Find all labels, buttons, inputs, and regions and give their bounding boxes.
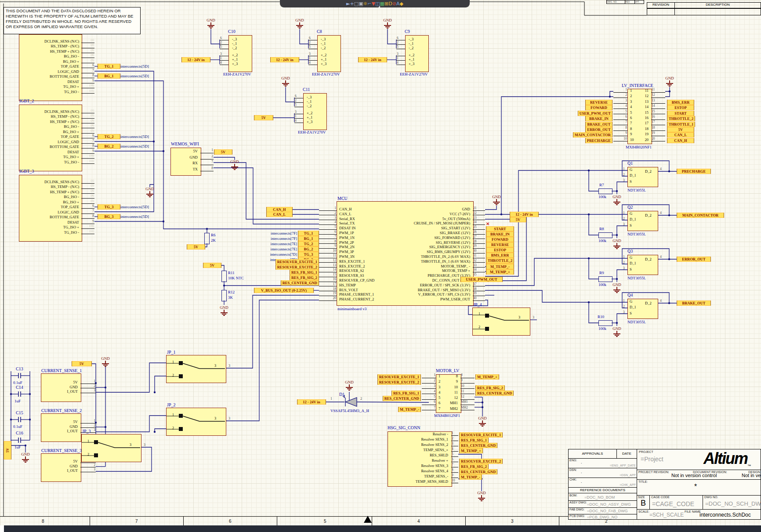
gnd-symbol[interactable]: GND <box>611 283 623 293</box>
net-label-vbus[interactable]: V_BUS_ISO_OUT (0-2.25V) <box>254 288 314 293</box>
net-label-tg3[interactable]: TG_3 <box>98 204 120 210</box>
hsg-right-labels: RESOLVER_EXCITE_1RES_FB_SIG_1RES_CENTER_… <box>459 432 521 485</box>
igbt2-designator: IGBT_2 <box>19 98 34 103</box>
c11-pins-pos: +_2+_1+_3 <box>307 111 324 124</box>
no-erc-marker: ✕ <box>486 221 489 226</box>
dsn-label: DSN: <box>569 468 577 471</box>
mcu-right-stubs: 2122232425262728293031323334353637383940 <box>473 207 485 302</box>
power-label-5v-vertical[interactable]: 5V <box>4 441 11 460</box>
project-revision-label: PROJECT REVISION: <box>638 470 669 474</box>
power-label-5v[interactable]: 5V <box>72 361 92 366</box>
window-bottom-bar <box>0 525 761 532</box>
gnd-symbol[interactable]: GND <box>205 18 217 29</box>
igbt3-pin-names: DCLINK_SENS (N/C)HS_TEMP - (N/C)HS_TEMP … <box>22 180 79 235</box>
power-label-12v[interactable]: 12 - 24V in <box>297 399 326 405</box>
power-label-12v[interactable]: 12 - 24V in <box>510 212 539 217</box>
power-label-5v[interactable]: 5V <box>214 149 232 155</box>
gnd-symbol[interactable]: GND <box>382 18 393 29</box>
motor-right-stubs: 89101112MH1MH2 <box>460 374 475 412</box>
gnd-symbol[interactable]: GND <box>100 357 111 367</box>
jp4-component[interactable] <box>472 308 530 336</box>
sheet-marker-triangle <box>364 516 372 523</box>
c15-designator: C15 <box>16 410 23 415</box>
igbt1-pin-stubs: (1)(2)(3)(4)(5)6789(10)(11) <box>81 40 94 95</box>
gnd-symbol[interactable]: GND <box>477 416 488 427</box>
gnd-symbol[interactable]: GND <box>218 306 230 316</box>
jp1-pin3-num: 3 <box>228 364 230 368</box>
resistor-r7[interactable] <box>598 188 612 194</box>
resistor-r10[interactable] <box>598 320 612 326</box>
r7-value: 100k <box>598 195 606 199</box>
gnd-symbol[interactable]: GND <box>611 195 623 205</box>
resistor-r8[interactable] <box>598 232 612 238</box>
net-label-user-pwm-out[interactable]: USER_PWM_OUT <box>460 277 503 282</box>
gnd-symbol[interactable]: GND <box>229 160 240 170</box>
c15-value: 0.1uF <box>13 424 22 429</box>
gnd-symbol[interactable]: GND <box>611 239 623 249</box>
gnd-symbol[interactable]: GND <box>20 452 31 463</box>
igbt2-pin-stubs: (1)(2)(3)(4)(5)6789(10)(11) <box>81 110 94 165</box>
net-label-bg2[interactable]: BG_2 <box>98 144 120 149</box>
net-label-precharge[interactable]: PRECHARGE <box>677 169 711 174</box>
description-col: DESCRIPTION <box>675 3 761 8</box>
power-label-5v[interactable]: 5V <box>203 263 221 268</box>
r7-ref: R7 <box>599 183 604 187</box>
power-label-5v[interactable]: 5V <box>254 115 273 120</box>
q1-pin1-num: 1 <box>623 167 625 171</box>
gnd-symbol[interactable]: GND <box>664 76 675 87</box>
gnd-symbol[interactable]: GND <box>280 76 291 87</box>
motor-left-labels: RESOLVER_EXCITE_1RESOLVER_EXCITE_2RES_FB… <box>360 374 421 412</box>
altium-logo: Altium <box>703 449 747 468</box>
r10-ref: R10 <box>598 315 604 319</box>
gnd-symbol[interactable]: GND <box>476 491 487 501</box>
floating-toolbar: ►+□▣☼⌐▼◫▦⊞D⊘A◆ <box>280 0 470 7</box>
motor-left-stubs: 1234567 <box>422 374 436 412</box>
jp3-pin1: 1 <box>87 439 89 443</box>
gnd-symbol[interactable]: GND <box>344 380 355 391</box>
q2-pin3-num: 3 <box>623 222 625 226</box>
motor-left-numbers: 1234567 <box>438 374 446 412</box>
gnd-symbol[interactable]: GND <box>611 327 623 337</box>
q4-designator: Q4 <box>627 293 633 297</box>
window-corner <box>0 525 4 532</box>
net-label-error-out[interactable]: ERROR_OUT <box>677 257 711 262</box>
net-label-tg1[interactable]: TG_1 <box>98 64 120 69</box>
power-label-5v[interactable]: 5V <box>187 244 205 250</box>
eng-sig: . <box>581 460 582 464</box>
net-label-bg1[interactable]: BG_1 <box>98 73 120 79</box>
net-label-main-contactor[interactable]: MAIN_CONTACTOR <box>677 213 724 218</box>
disclaimer-text: THIS DOCUMENT AND THE DATA DISCLOSED HER… <box>6 8 133 29</box>
net-label-tg2[interactable]: TG_2 <box>98 134 120 139</box>
resistor-r12[interactable] <box>221 290 227 301</box>
jp3-component[interactable] <box>81 434 141 462</box>
gnd-symbol[interactable]: GND <box>491 195 502 205</box>
resistor-r9[interactable] <box>598 276 612 282</box>
c9-stubs-neg: 625 <box>396 37 405 51</box>
net-label-can-l[interactable]: CAN_L <box>266 212 293 217</box>
cs3-pin-names: 5VGNDI_OUT <box>43 460 78 474</box>
jp2-component[interactable] <box>166 408 226 436</box>
power-label-12v[interactable]: 12 - 24V in <box>270 57 299 62</box>
resistor-r11[interactable] <box>221 271 227 282</box>
cage-code-label: CAGE CODE <box>651 496 670 499</box>
title-value: * <box>694 483 697 491</box>
gnd-symbol[interactable]: GND <box>144 187 156 197</box>
net-label-bg3[interactable]: BG_3 <box>98 214 120 219</box>
igbt1-pin-names: DCLINK_SENS (N/C)HS_TEMP - (N/C)HS_TEMP … <box>22 40 79 95</box>
q2-pin4-num: 4 <box>660 211 662 215</box>
scale-label: SCALE: <box>638 510 649 513</box>
jp2-pin3-num: 3 <box>228 416 230 420</box>
gnd-symbol[interactable]: GND <box>294 18 305 29</box>
c16-value: 1uF <box>14 445 21 449</box>
jp1-component[interactable] <box>166 355 226 383</box>
q1-pin2-num: 2 <box>623 173 625 177</box>
net-label-brake-out[interactable]: BRAKE_OUT <box>677 300 711 306</box>
q4-pin3-num: 3 <box>623 310 625 314</box>
q3-designator: Q3 <box>627 249 633 253</box>
power-label-12v[interactable]: 12 - 24V in <box>358 57 387 62</box>
power-label-12v[interactable]: 12 - 24V in <box>181 57 210 62</box>
power-label-5v[interactable]: 5V <box>510 217 526 222</box>
c14-value: 1uF <box>14 399 21 403</box>
toolbar-icon[interactable]: ►+□▣☼⌐▼◫▦⊞D⊘A◆ <box>371 1 379 7</box>
resistor-r6[interactable] <box>204 233 210 244</box>
